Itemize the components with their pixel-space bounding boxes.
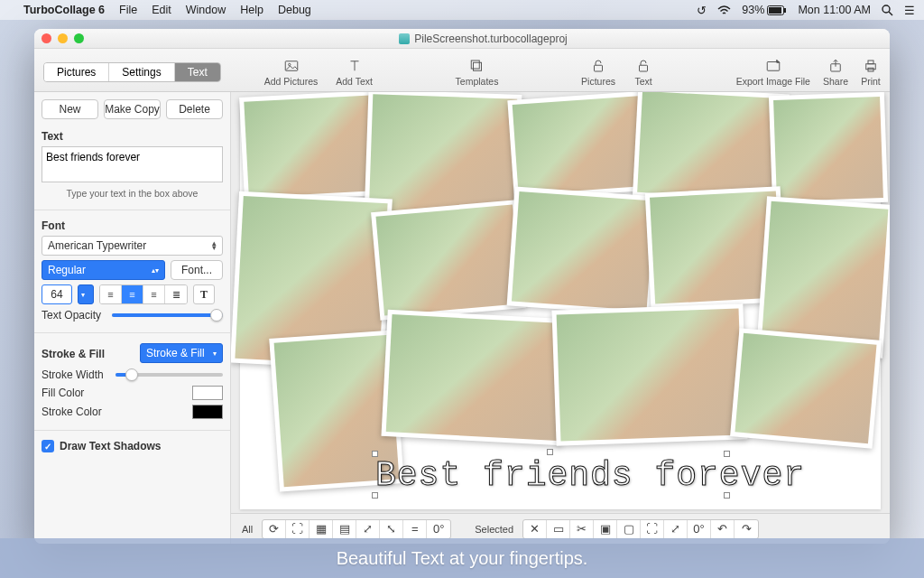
font-panel-button[interactable]: Font... bbox=[171, 260, 223, 280]
align-justify-icon[interactable]: ≣ bbox=[165, 285, 187, 303]
align-left-icon[interactable]: ≡ bbox=[100, 285, 122, 303]
menu-debug[interactable]: Debug bbox=[278, 4, 311, 16]
window-minimize-button[interactable] bbox=[58, 33, 68, 43]
app-name[interactable]: TurboCollage 6 bbox=[23, 4, 105, 16]
svg-rect-2 bbox=[784, 8, 786, 13]
photo-tile[interactable] bbox=[507, 187, 660, 316]
battery-status[interactable]: 93% bbox=[742, 4, 787, 16]
templates-button[interactable]: Templates bbox=[456, 58, 499, 87]
window-zoom-button[interactable] bbox=[74, 33, 84, 43]
lock-text-button[interactable]: Text bbox=[633, 58, 653, 87]
export-icon bbox=[763, 58, 783, 74]
notification-center-icon[interactable]: ☰ bbox=[904, 4, 915, 17]
photo-tile[interactable] bbox=[730, 328, 882, 448]
lock-pictures-button[interactable]: Pictures bbox=[581, 58, 615, 87]
fill-selected-icon[interactable]: ⤢ bbox=[664, 520, 688, 538]
contract-icon[interactable]: ⤡ bbox=[380, 520, 403, 538]
document-icon bbox=[399, 33, 410, 44]
stroke-color-swatch[interactable] bbox=[192, 405, 223, 419]
photo-tile[interactable] bbox=[239, 92, 380, 202]
angle-reset-icon[interactable]: 0° bbox=[427, 520, 450, 538]
grid-icon[interactable]: ▦ bbox=[310, 520, 333, 538]
document-title: PileScreenshot.turbocollageproj bbox=[414, 33, 567, 45]
selection-handle[interactable] bbox=[724, 451, 730, 457]
rotate-cw-icon[interactable]: ↷ bbox=[735, 520, 758, 538]
stroke-color-label: Stroke Color bbox=[42, 406, 187, 418]
new-button[interactable]: New bbox=[42, 99, 98, 119]
shuffle-icon[interactable]: ⟳ bbox=[263, 520, 286, 538]
text-align-segmented[interactable]: ≡ ≡ ≡ ≣ bbox=[99, 284, 188, 304]
crop-icon[interactable]: ✂ bbox=[570, 520, 594, 538]
make-copy-button[interactable]: Make Copy bbox=[104, 99, 161, 119]
grid-alt-icon[interactable]: ▤ bbox=[333, 520, 356, 538]
chevron-updown-icon: ▴▾ bbox=[152, 266, 159, 275]
selection-handle[interactable] bbox=[724, 492, 730, 499]
app-window: PileScreenshot.turbocollageproj Pictures… bbox=[34, 29, 890, 544]
add-pictures-icon bbox=[282, 58, 301, 74]
stroke-width-slider[interactable] bbox=[116, 373, 223, 377]
spotlight-icon[interactable] bbox=[882, 5, 893, 16]
stroke-fill-mode-select[interactable]: Stroke & Fill ▾ bbox=[140, 343, 223, 363]
export-label: Export Image File bbox=[736, 76, 810, 87]
print-button[interactable]: Print bbox=[861, 58, 881, 87]
font-size-field[interactable]: 64 bbox=[42, 284, 72, 304]
sidebar-tab-segmented-control[interactable]: Pictures Settings Text bbox=[43, 62, 221, 82]
window-close-button[interactable] bbox=[42, 33, 51, 43]
share-button[interactable]: Share bbox=[823, 58, 848, 87]
photo-tile[interactable] bbox=[371, 200, 526, 321]
timemachine-icon[interactable]: ↺ bbox=[697, 4, 707, 17]
fill-color-swatch[interactable] bbox=[192, 386, 223, 400]
remove-icon[interactable]: ✕ bbox=[523, 520, 547, 538]
text-opacity-label: Text Opacity bbox=[42, 309, 106, 322]
send-back-icon[interactable]: ▢ bbox=[617, 520, 641, 538]
selected-label: Selected bbox=[475, 524, 513, 535]
font-size-stepper[interactable]: ▾ bbox=[78, 284, 94, 304]
tab-text[interactable]: Text bbox=[175, 63, 220, 81]
menu-file[interactable]: File bbox=[119, 4, 137, 16]
clock[interactable]: Mon 11:00 AM bbox=[798, 4, 871, 16]
rotate-ccw-icon[interactable]: ↶ bbox=[711, 520, 735, 538]
add-pictures-label: Add Pictures bbox=[264, 76, 319, 87]
tab-settings[interactable]: Settings bbox=[109, 63, 174, 81]
draw-text-shadows-checkbox[interactable]: ✓ Draw Text Shadows bbox=[42, 440, 223, 452]
photo-tile[interactable] bbox=[507, 92, 649, 200]
vertical-text-toggle[interactable]: T bbox=[193, 284, 215, 304]
canvas-text-layer[interactable]: Best friends forever bbox=[375, 456, 805, 495]
titlebar: PileScreenshot.turbocollageproj bbox=[34, 29, 890, 49]
svg-rect-1 bbox=[769, 7, 781, 14]
font-family-select[interactable]: American Typewriter ▴▾ bbox=[42, 236, 223, 256]
text-section-label: Text bbox=[42, 130, 223, 143]
add-text-button[interactable]: Add Text bbox=[336, 58, 373, 87]
fit-icon[interactable]: ⛶ bbox=[286, 520, 310, 538]
photo-tile[interactable] bbox=[551, 303, 747, 445]
export-image-button[interactable]: Export Image File bbox=[736, 58, 810, 87]
text-input[interactable] bbox=[42, 146, 223, 182]
font-weight-select[interactable]: Regular ▴▾ bbox=[42, 260, 165, 280]
menu-window[interactable]: Window bbox=[186, 4, 226, 16]
align-center-icon[interactable]: ≡ bbox=[122, 285, 143, 303]
selection-handle[interactable] bbox=[372, 492, 378, 499]
delete-button[interactable]: Delete bbox=[166, 99, 223, 119]
add-pictures-button[interactable]: Add Pictures bbox=[264, 58, 319, 87]
tab-pictures[interactable]: Pictures bbox=[44, 63, 109, 81]
wifi-icon[interactable] bbox=[717, 5, 731, 15]
bring-front-icon[interactable]: ▣ bbox=[594, 520, 617, 538]
fit-selected-icon[interactable]: ⛶ bbox=[641, 520, 664, 538]
selection-handle[interactable] bbox=[547, 449, 553, 455]
text-opacity-slider[interactable] bbox=[112, 313, 223, 317]
svg-point-3 bbox=[882, 5, 890, 13]
fill-color-label: Fill Color bbox=[42, 387, 187, 399]
expand-icon[interactable]: ⤢ bbox=[356, 520, 380, 538]
menu-help[interactable]: Help bbox=[240, 4, 263, 16]
selection-handle[interactable] bbox=[372, 451, 378, 457]
chevron-updown-icon: ▾ bbox=[213, 350, 217, 358]
align-right-icon[interactable]: ≡ bbox=[143, 285, 165, 303]
menu-edit[interactable]: Edit bbox=[152, 4, 171, 16]
angle-selected-icon[interactable]: 0° bbox=[688, 520, 711, 538]
equal-icon[interactable]: = bbox=[403, 520, 427, 538]
photo-tile[interactable] bbox=[381, 310, 568, 445]
photo-tile[interactable] bbox=[769, 92, 888, 206]
collage-canvas[interactable]: Best friends forever bbox=[240, 99, 881, 509]
print-icon bbox=[861, 58, 881, 74]
swap-icon[interactable]: ▭ bbox=[547, 520, 570, 538]
